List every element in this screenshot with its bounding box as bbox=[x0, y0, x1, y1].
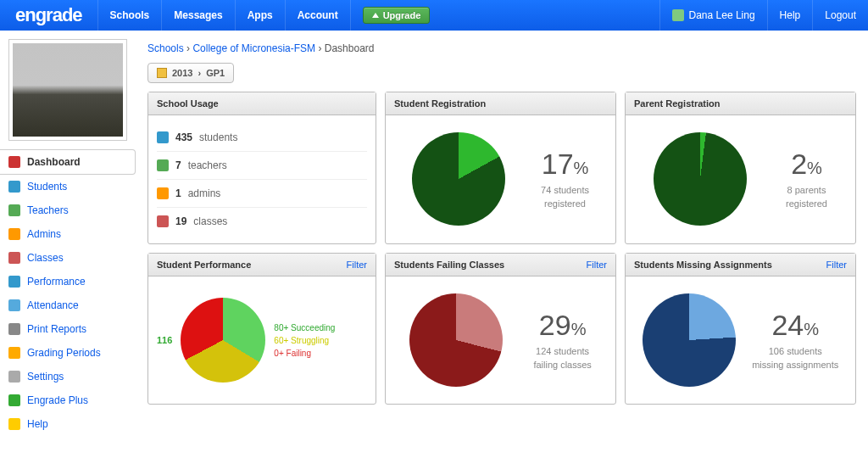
pie-chart bbox=[409, 293, 503, 387]
sidebar-item-label: Classes bbox=[27, 252, 64, 264]
usage-icon bbox=[157, 215, 169, 227]
period-selector[interactable]: 2013 › GP1 bbox=[147, 63, 234, 83]
sidebar-item-label: Grading Periods bbox=[27, 347, 101, 359]
panel-title: Parent Registration bbox=[634, 98, 720, 109]
sidebar-item-label: Attendance bbox=[27, 299, 79, 311]
stat-percent: 29% bbox=[533, 309, 591, 342]
legend: 80+ Succeeding 60+ Struggling 0+ Failing bbox=[274, 321, 335, 360]
stat-caption: 8 parentsregistered bbox=[786, 184, 827, 210]
usage-icon bbox=[157, 159, 169, 171]
sidebar-item-engrade-plus[interactable]: Engrade Plus bbox=[0, 388, 136, 412]
top-nav: Schools Messages Apps Account bbox=[97, 0, 351, 31]
stat-caption: 106 studentsmissing assignments bbox=[752, 345, 838, 371]
nav-messages[interactable]: Messages bbox=[162, 0, 235, 31]
panel-missing-assignments: Students Missing AssignmentsFilter 24% 1… bbox=[625, 253, 856, 405]
filter-link[interactable]: Filter bbox=[587, 260, 607, 270]
breadcrumb: Schools › College of Micronesia-FSM › Da… bbox=[147, 39, 856, 63]
admin-icon bbox=[8, 228, 20, 240]
sidebar-item-label: Help bbox=[27, 418, 48, 430]
print-icon bbox=[8, 323, 20, 335]
settings-icon bbox=[8, 371, 20, 383]
sidebar-item-label: Engrade Plus bbox=[27, 394, 88, 406]
nav-schools[interactable]: Schools bbox=[97, 0, 163, 31]
sidebar-item-label: Dashboard bbox=[27, 156, 81, 168]
help-icon bbox=[8, 418, 20, 430]
panel-title: Students Missing Assignments bbox=[634, 260, 772, 270]
classes-icon bbox=[8, 252, 20, 264]
user-nav: Dana Lee Ling Help Logout bbox=[659, 0, 868, 31]
sidebar-item-label: Admins bbox=[27, 228, 61, 240]
usage-icon bbox=[157, 187, 169, 199]
crumb-current: Dashboard bbox=[325, 42, 375, 54]
filter-link[interactable]: Filter bbox=[347, 260, 367, 270]
sidebar-item-label: Teachers bbox=[27, 204, 69, 216]
pie-chart bbox=[654, 132, 747, 226]
usage-item: 1 admins bbox=[157, 180, 367, 208]
stat-percent: 2% bbox=[786, 148, 827, 181]
panel-title: Student Registration bbox=[394, 98, 486, 109]
sidebar-item-teachers[interactable]: Teachers bbox=[0, 198, 136, 222]
sidebar-item-grading-periods[interactable]: Grading Periods bbox=[0, 341, 136, 365]
panel-failing-classes: Students Failing ClassesFilter 29% 124 s… bbox=[385, 253, 616, 405]
user-menu[interactable]: Dana Lee Ling bbox=[659, 0, 767, 31]
sidebar-item-classes[interactable]: Classes bbox=[0, 246, 136, 270]
nav-apps[interactable]: Apps bbox=[236, 0, 286, 31]
usage-item: 435 students bbox=[157, 124, 367, 152]
avatar-icon bbox=[672, 9, 684, 21]
sidebar-item-admins[interactable]: Admins bbox=[0, 222, 136, 246]
stat-percent: 17% bbox=[541, 148, 589, 181]
panel-title: School Usage bbox=[157, 98, 219, 109]
sidebar-item-settings[interactable]: Settings bbox=[0, 365, 136, 388]
plus-icon bbox=[8, 394, 20, 406]
logout-link[interactable]: Logout bbox=[812, 0, 868, 31]
crumb-school[interactable]: College of Micronesia-FSM bbox=[192, 42, 315, 54]
upgrade-button[interactable]: Upgrade bbox=[363, 7, 431, 24]
home-icon bbox=[8, 156, 20, 168]
teacher-icon bbox=[8, 204, 20, 216]
usage-item: 19 classes bbox=[157, 208, 367, 235]
panel-student-registration: Student Registration 17% 74 studentsregi… bbox=[385, 92, 616, 244]
sidebar-item-label: Settings bbox=[27, 371, 64, 383]
topbar: engrade Schools Messages Apps Account Up… bbox=[0, 0, 868, 31]
pie-chart bbox=[412, 132, 505, 226]
sidebar-item-label: Print Reports bbox=[27, 323, 86, 335]
pie-chart bbox=[643, 293, 736, 387]
crumb-schools[interactable]: Schools bbox=[147, 42, 184, 54]
grading-icon bbox=[8, 347, 20, 359]
sidebar-item-attendance[interactable]: Attendance bbox=[0, 293, 136, 317]
perf-icon bbox=[8, 276, 20, 288]
perf-count: 116 bbox=[157, 335, 172, 345]
attend-icon bbox=[8, 299, 20, 311]
stat-caption: 74 studentsregistered bbox=[541, 184, 589, 210]
panel-title: Student Performance bbox=[157, 260, 251, 270]
sidebar-item-label: Students bbox=[27, 181, 67, 193]
sidebar-item-performance[interactable]: Performance bbox=[0, 270, 136, 293]
pie-chart bbox=[181, 298, 265, 383]
upload-icon bbox=[372, 13, 379, 18]
sidebar-item-label: Performance bbox=[27, 276, 86, 288]
profile-image bbox=[13, 43, 123, 137]
help-link[interactable]: Help bbox=[767, 0, 813, 31]
sidebar-item-help[interactable]: Help bbox=[0, 412, 136, 436]
calendar-icon bbox=[157, 68, 167, 78]
panel-school-usage: School Usage 435 students7 teachers1 adm… bbox=[147, 92, 376, 244]
panel-title: Students Failing Classes bbox=[394, 260, 504, 270]
side-nav: DashboardStudentsTeachersAdminsClassesPe… bbox=[0, 149, 136, 436]
sidebar-item-print-reports[interactable]: Print Reports bbox=[0, 317, 136, 341]
profile-card bbox=[8, 39, 127, 141]
content: Schools › College of Micronesia-FSM › Da… bbox=[136, 31, 868, 436]
student-icon bbox=[8, 181, 20, 193]
usage-icon bbox=[157, 131, 169, 143]
stat-percent: 24% bbox=[752, 309, 838, 342]
sidebar-item-students[interactable]: Students bbox=[0, 175, 136, 198]
usage-item: 7 teachers bbox=[157, 152, 367, 180]
panel-student-performance: Student PerformanceFilter 116 80+ Succee… bbox=[147, 253, 376, 405]
stat-caption: 124 studentsfailing classes bbox=[533, 345, 591, 371]
brand-logo: engrade bbox=[0, 4, 97, 26]
sidebar: DashboardStudentsTeachersAdminsClassesPe… bbox=[0, 31, 136, 436]
filter-link[interactable]: Filter bbox=[826, 260, 847, 270]
nav-account[interactable]: Account bbox=[286, 0, 351, 31]
panel-parent-registration: Parent Registration 2% 8 parentsregister… bbox=[625, 92, 856, 244]
sidebar-item-dashboard[interactable]: Dashboard bbox=[0, 149, 136, 175]
